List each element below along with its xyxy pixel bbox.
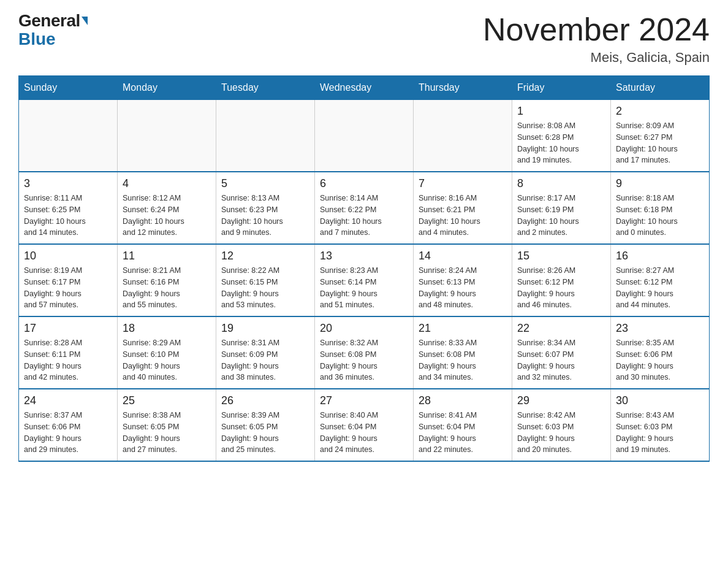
calendar-cell: 15Sunrise: 8:26 AMSunset: 6:12 PMDayligh… xyxy=(512,244,611,316)
col-wednesday: Wednesday xyxy=(315,76,414,100)
day-number: 3 xyxy=(24,177,112,190)
day-info: Sunrise: 8:34 AMSunset: 6:07 PMDaylight:… xyxy=(517,337,605,383)
day-number: 27 xyxy=(320,394,408,407)
calendar-cell: 10Sunrise: 8:19 AMSunset: 6:17 PMDayligh… xyxy=(19,244,118,316)
calendar-cell xyxy=(315,100,414,172)
col-friday: Friday xyxy=(512,76,611,100)
day-number: 1 xyxy=(517,105,605,118)
day-info: Sunrise: 8:16 AMSunset: 6:21 PMDaylight:… xyxy=(419,193,507,239)
day-info: Sunrise: 8:13 AMSunset: 6:23 PMDaylight:… xyxy=(221,193,309,239)
col-monday: Monday xyxy=(118,76,216,100)
calendar-title: November 2024 xyxy=(483,12,710,47)
day-number: 4 xyxy=(123,177,211,190)
day-info: Sunrise: 8:38 AMSunset: 6:05 PMDaylight:… xyxy=(123,410,211,456)
day-number: 25 xyxy=(123,394,211,407)
day-info: Sunrise: 8:17 AMSunset: 6:19 PMDaylight:… xyxy=(517,193,605,239)
day-number: 17 xyxy=(24,322,112,335)
day-info: Sunrise: 8:18 AMSunset: 6:18 PMDaylight:… xyxy=(616,193,704,239)
calendar-cell: 4Sunrise: 8:12 AMSunset: 6:24 PMDaylight… xyxy=(118,172,216,244)
day-info: Sunrise: 8:28 AMSunset: 6:11 PMDaylight:… xyxy=(24,337,112,383)
calendar-cell: 6Sunrise: 8:14 AMSunset: 6:22 PMDaylight… xyxy=(315,172,414,244)
day-info: Sunrise: 8:22 AMSunset: 6:15 PMDaylight:… xyxy=(221,265,309,311)
header-area: General Blue November 2024 Meis, Galicia… xyxy=(18,12,710,66)
day-number: 28 xyxy=(419,394,507,407)
day-number: 8 xyxy=(517,177,605,190)
logo-general-text: General xyxy=(18,12,80,29)
calendar-cell: 9Sunrise: 8:18 AMSunset: 6:18 PMDaylight… xyxy=(611,172,710,244)
day-info: Sunrise: 8:12 AMSunset: 6:24 PMDaylight:… xyxy=(123,193,211,239)
day-number: 11 xyxy=(123,250,211,262)
col-sunday: Sunday xyxy=(19,76,118,100)
calendar-cell: 20Sunrise: 8:32 AMSunset: 6:08 PMDayligh… xyxy=(315,316,414,389)
calendar-cell: 25Sunrise: 8:38 AMSunset: 6:05 PMDayligh… xyxy=(118,389,216,461)
day-number: 22 xyxy=(517,322,605,335)
day-number: 2 xyxy=(616,105,704,118)
day-info: Sunrise: 8:26 AMSunset: 6:12 PMDaylight:… xyxy=(517,265,605,311)
calendar-cell xyxy=(19,100,118,172)
day-number: 26 xyxy=(221,394,309,407)
calendar-cell: 1Sunrise: 8:08 AMSunset: 6:28 PMDaylight… xyxy=(512,100,611,172)
col-tuesday: Tuesday xyxy=(216,76,315,100)
day-info: Sunrise: 8:27 AMSunset: 6:12 PMDaylight:… xyxy=(616,265,704,311)
calendar-cell: 27Sunrise: 8:40 AMSunset: 6:04 PMDayligh… xyxy=(315,389,414,461)
calendar-cell: 28Sunrise: 8:41 AMSunset: 6:04 PMDayligh… xyxy=(414,389,512,461)
calendar-cell: 13Sunrise: 8:23 AMSunset: 6:14 PMDayligh… xyxy=(315,244,414,316)
weekday-header-row: Sunday Monday Tuesday Wednesday Thursday… xyxy=(19,76,710,100)
day-number: 13 xyxy=(320,250,408,262)
day-number: 16 xyxy=(616,250,704,262)
logo: General Blue xyxy=(18,12,88,49)
calendar-cell: 8Sunrise: 8:17 AMSunset: 6:19 PMDaylight… xyxy=(512,172,611,244)
calendar-cell: 22Sunrise: 8:34 AMSunset: 6:07 PMDayligh… xyxy=(512,316,611,389)
day-info: Sunrise: 8:32 AMSunset: 6:08 PMDaylight:… xyxy=(320,337,408,383)
day-info: Sunrise: 8:33 AMSunset: 6:08 PMDaylight:… xyxy=(419,337,507,383)
calendar-cell: 24Sunrise: 8:37 AMSunset: 6:06 PMDayligh… xyxy=(19,389,118,461)
day-info: Sunrise: 8:35 AMSunset: 6:06 PMDaylight:… xyxy=(616,337,704,383)
day-number: 15 xyxy=(517,250,605,262)
calendar-cell: 26Sunrise: 8:39 AMSunset: 6:05 PMDayligh… xyxy=(216,389,315,461)
day-info: Sunrise: 8:14 AMSunset: 6:22 PMDaylight:… xyxy=(320,193,408,239)
day-info: Sunrise: 8:11 AMSunset: 6:25 PMDaylight:… xyxy=(24,193,112,239)
title-area: November 2024 Meis, Galicia, Spain xyxy=(483,12,710,66)
calendar-cell: 23Sunrise: 8:35 AMSunset: 6:06 PMDayligh… xyxy=(611,316,710,389)
calendar-week-row: 10Sunrise: 8:19 AMSunset: 6:17 PMDayligh… xyxy=(19,244,710,316)
calendar-week-row: 1Sunrise: 8:08 AMSunset: 6:28 PMDaylight… xyxy=(19,100,710,172)
day-info: Sunrise: 8:42 AMSunset: 6:03 PMDaylight:… xyxy=(517,410,605,456)
day-number: 20 xyxy=(320,322,408,335)
day-number: 18 xyxy=(123,322,211,335)
calendar-cell xyxy=(216,100,315,172)
day-number: 5 xyxy=(221,177,309,190)
calendar-cell: 3Sunrise: 8:11 AMSunset: 6:25 PMDaylight… xyxy=(19,172,118,244)
day-info: Sunrise: 8:24 AMSunset: 6:13 PMDaylight:… xyxy=(419,265,507,311)
calendar-cell: 14Sunrise: 8:24 AMSunset: 6:13 PMDayligh… xyxy=(414,244,512,316)
calendar-cell xyxy=(118,100,216,172)
day-number: 6 xyxy=(320,177,408,190)
day-number: 9 xyxy=(616,177,704,190)
day-info: Sunrise: 8:31 AMSunset: 6:09 PMDaylight:… xyxy=(221,337,309,383)
day-info: Sunrise: 8:40 AMSunset: 6:04 PMDaylight:… xyxy=(320,410,408,456)
calendar-cell: 21Sunrise: 8:33 AMSunset: 6:08 PMDayligh… xyxy=(414,316,512,389)
logo-arrow-icon xyxy=(82,17,88,25)
day-number: 30 xyxy=(616,394,704,407)
day-number: 7 xyxy=(419,177,507,190)
day-info: Sunrise: 8:29 AMSunset: 6:10 PMDaylight:… xyxy=(123,337,211,383)
calendar-cell: 30Sunrise: 8:43 AMSunset: 6:03 PMDayligh… xyxy=(611,389,710,461)
calendar-cell: 2Sunrise: 8:09 AMSunset: 6:27 PMDaylight… xyxy=(611,100,710,172)
calendar-cell: 12Sunrise: 8:22 AMSunset: 6:15 PMDayligh… xyxy=(216,244,315,316)
calendar-cell: 5Sunrise: 8:13 AMSunset: 6:23 PMDaylight… xyxy=(216,172,315,244)
calendar-cell: 11Sunrise: 8:21 AMSunset: 6:16 PMDayligh… xyxy=(118,244,216,316)
calendar-week-row: 24Sunrise: 8:37 AMSunset: 6:06 PMDayligh… xyxy=(19,389,710,461)
day-number: 29 xyxy=(517,394,605,407)
logo-blue-text: Blue xyxy=(18,29,56,49)
calendar-cell: 19Sunrise: 8:31 AMSunset: 6:09 PMDayligh… xyxy=(216,316,315,389)
calendar-cell: 18Sunrise: 8:29 AMSunset: 6:10 PMDayligh… xyxy=(118,316,216,389)
day-info: Sunrise: 8:23 AMSunset: 6:14 PMDaylight:… xyxy=(320,265,408,311)
calendar-cell: 29Sunrise: 8:42 AMSunset: 6:03 PMDayligh… xyxy=(512,389,611,461)
day-info: Sunrise: 8:09 AMSunset: 6:27 PMDaylight:… xyxy=(616,120,704,166)
day-number: 21 xyxy=(419,322,507,335)
calendar-cell: 7Sunrise: 8:16 AMSunset: 6:21 PMDaylight… xyxy=(414,172,512,244)
day-info: Sunrise: 8:39 AMSunset: 6:05 PMDaylight:… xyxy=(221,410,309,456)
day-number: 23 xyxy=(616,322,704,335)
calendar-cell xyxy=(414,100,512,172)
day-info: Sunrise: 8:37 AMSunset: 6:06 PMDaylight:… xyxy=(24,410,112,456)
day-info: Sunrise: 8:41 AMSunset: 6:04 PMDaylight:… xyxy=(419,410,507,456)
